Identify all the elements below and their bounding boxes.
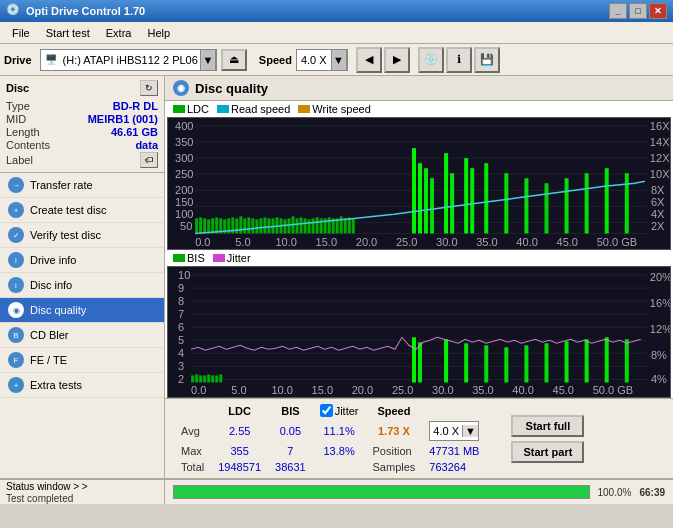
svg-text:10: 10: [178, 269, 190, 281]
svg-rect-50: [300, 217, 303, 233]
svg-text:20.0: 20.0: [352, 384, 373, 396]
svg-text:30.0: 30.0: [436, 236, 457, 248]
nav-verify-test-disc-label: Verify test disc: [30, 229, 101, 241]
sidebar: Disc ↻ Type BD-R DL MID MEIRB1 (001) Len…: [0, 76, 165, 478]
drive-dropdown-arrow[interactable]: ▼: [200, 49, 216, 71]
svg-text:16%: 16%: [650, 297, 671, 309]
svg-rect-52: [308, 219, 311, 233]
menu-start-test[interactable]: Start test: [38, 22, 98, 43]
sidebar-item-disc-info[interactable]: i Disc info: [0, 273, 164, 298]
svg-text:25.0: 25.0: [392, 384, 413, 396]
action-buttons: Start full Start part: [511, 415, 584, 463]
speed-column-header: Speed: [367, 403, 422, 418]
sidebar-item-verify-test-disc[interactable]: ✓ Verify test disc: [0, 223, 164, 248]
close-button[interactable]: ✕: [649, 3, 667, 19]
avg-jitter-value: 11.1%: [314, 420, 365, 442]
sidebar-item-cd-bler[interactable]: B CD Bler: [0, 323, 164, 348]
svg-rect-38: [251, 218, 254, 233]
svg-rect-69: [450, 173, 454, 233]
quality-section-icon: ◉: [173, 80, 189, 96]
svg-rect-124: [444, 339, 448, 382]
svg-text:45.0: 45.0: [557, 236, 578, 248]
disc-refresh-button[interactable]: ↻: [140, 80, 158, 96]
disc-label-icon-button[interactable]: 🏷: [140, 152, 158, 168]
quality-title: Disc quality: [195, 81, 268, 96]
nav-extra-tests-label: Extra tests: [30, 379, 82, 391]
nav-disc-info-label: Disc info: [30, 279, 72, 291]
svg-rect-121: [219, 374, 222, 382]
speed-combo-value: 4.0 X: [430, 425, 462, 437]
nav-transfer-rate-label: Transfer rate: [30, 179, 93, 191]
status-window-button[interactable]: Status window > >: [6, 481, 158, 492]
drive-toolbar: Drive 🖥️ (H:) ATAPI iHBS112 2 PL06 ▼ ⏏ S…: [0, 44, 673, 76]
sidebar-item-drive-info[interactable]: i Drive info: [0, 248, 164, 273]
svg-rect-119: [211, 375, 214, 382]
start-part-button[interactable]: Start part: [511, 441, 584, 463]
nav-create-test-disc-label: Create test disc: [30, 204, 106, 216]
jitter-checkbox[interactable]: [320, 404, 333, 417]
prev-speed-button[interactable]: ◀: [356, 47, 382, 73]
svg-rect-37: [247, 217, 250, 233]
svg-text:8: 8: [178, 295, 184, 307]
svg-text:300: 300: [175, 152, 193, 164]
position-label: Position: [367, 444, 422, 458]
status-bar: Status window > > Test completed 100.0% …: [0, 478, 673, 504]
maximize-button[interactable]: □: [629, 3, 647, 19]
speed-dropdown-arrow[interactable]: ▼: [331, 49, 347, 71]
svg-text:0.0: 0.0: [191, 384, 206, 396]
progress-bar: [173, 485, 590, 499]
svg-text:10X: 10X: [650, 168, 670, 180]
disc-type-row: Type BD-R DL: [6, 100, 158, 112]
max-ldc-value: 355: [212, 444, 267, 458]
menu-help[interactable]: Help: [139, 22, 178, 43]
start-full-button[interactable]: Start full: [511, 415, 584, 437]
svg-text:8X: 8X: [651, 184, 665, 196]
legend-bis: BIS: [173, 252, 205, 264]
progress-percentage: 100.0%: [598, 487, 632, 498]
svg-rect-70: [464, 158, 468, 233]
jitter-checkbox-row: Jitter: [320, 404, 359, 417]
legend-bis-color: [173, 254, 185, 262]
svg-text:45.0: 45.0: [553, 384, 574, 396]
info-button[interactable]: ℹ: [446, 47, 472, 73]
legend-read-color: [217, 105, 229, 113]
menu-file[interactable]: File: [4, 22, 38, 43]
create-test-disc-icon: +: [8, 202, 24, 218]
menu-extra[interactable]: Extra: [98, 22, 140, 43]
next-speed-button[interactable]: ▶: [384, 47, 410, 73]
disc-info-icon: i: [8, 277, 24, 293]
svg-rect-127: [504, 347, 508, 382]
total-ldc-value: 1948571: [212, 460, 267, 474]
disc-quality-icon: ◉: [8, 302, 24, 318]
disc-button[interactable]: 💿: [418, 47, 444, 73]
total-bis-value: 38631: [269, 460, 312, 474]
sidebar-item-disc-quality[interactable]: ◉ Disc quality: [0, 298, 164, 323]
chart2-legend: BIS Jitter: [165, 250, 673, 266]
sidebar-item-transfer-rate[interactable]: → Transfer rate: [0, 173, 164, 198]
drive-icon: 🖥️: [41, 54, 61, 65]
svg-text:15.0: 15.0: [312, 384, 333, 396]
svg-rect-132: [605, 337, 609, 382]
nav-disc-quality-label: Disc quality: [30, 304, 86, 316]
sidebar-item-fe-te[interactable]: F FE / TE: [0, 348, 164, 373]
svg-rect-74: [524, 178, 528, 233]
svg-text:12X: 12X: [650, 152, 670, 164]
extra-tests-icon: +: [8, 377, 24, 393]
svg-text:40.0: 40.0: [512, 384, 533, 396]
svg-rect-120: [215, 375, 218, 382]
legend-read-speed: Read speed: [217, 103, 290, 115]
svg-rect-122: [412, 337, 416, 382]
title-bar: 💿 Opti Drive Control 1.70 _ □ ✕: [0, 0, 673, 22]
avg-row-label: Avg: [175, 420, 210, 442]
svg-rect-68: [444, 153, 448, 233]
svg-rect-125: [464, 343, 468, 382]
speed-label: Speed: [259, 54, 292, 66]
sidebar-item-extra-tests[interactable]: + Extra tests: [0, 373, 164, 398]
svg-text:400: 400: [175, 120, 193, 132]
svg-rect-27: [207, 219, 210, 233]
minimize-button[interactable]: _: [609, 3, 627, 19]
speed-combo-arrow[interactable]: ▼: [462, 425, 478, 437]
eject-button[interactable]: ⏏: [221, 49, 247, 71]
save-button[interactable]: 💾: [474, 47, 500, 73]
sidebar-item-create-test-disc[interactable]: + Create test disc: [0, 198, 164, 223]
